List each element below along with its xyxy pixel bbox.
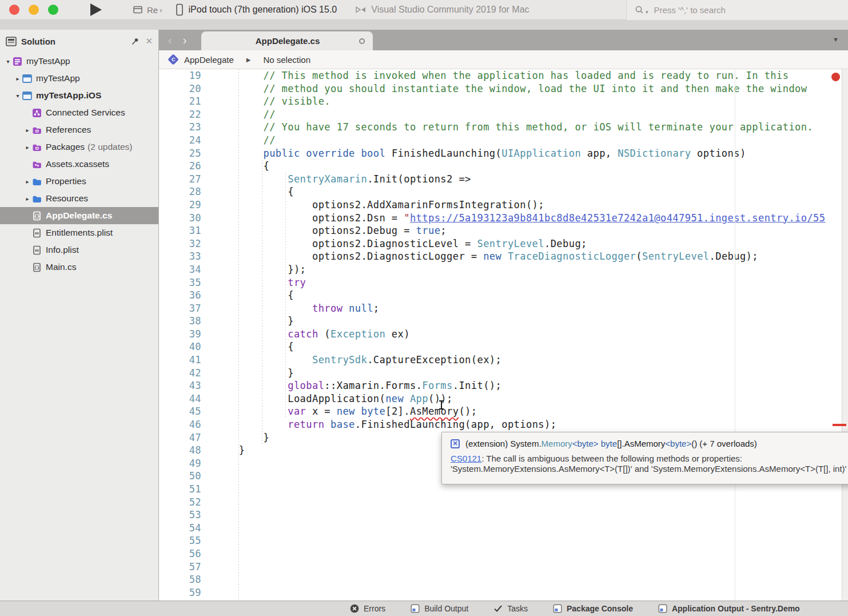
tree-item-main-cs[interactable]: {}Main.cs <box>0 259 158 276</box>
close-window-button[interactable] <box>9 5 19 15</box>
code-line-51[interactable]: 51 <box>159 483 848 496</box>
tree-item-assets-xcassets[interactable]: Assets.xcassets <box>0 156 158 173</box>
line-number[interactable]: 51 <box>159 483 201 496</box>
statusbar-build-output[interactable]: Build Output <box>411 604 468 613</box>
line-number[interactable]: 27 <box>159 173 201 186</box>
line-number[interactable]: 43 <box>159 379 201 392</box>
line-number[interactable]: 58 <box>159 573 201 586</box>
code-text[interactable]: { <box>214 289 294 302</box>
expander-right-icon[interactable]: ▸ <box>23 196 32 202</box>
dsn-url-link[interactable]: https://5a193123a9b841bc8d8e42531e7242a1… <box>410 212 826 224</box>
code-text[interactable]: } <box>214 315 294 328</box>
code-text[interactable]: // visible. <box>214 95 331 108</box>
line-number[interactable]: 29 <box>159 198 201 212</box>
statusbar-package-console[interactable]: Package Console <box>553 604 633 613</box>
line-number[interactable]: 25 <box>159 147 201 160</box>
tree-item-properties[interactable]: ▸Properties <box>0 173 158 190</box>
expander-down-icon[interactable]: ▾ <box>3 58 13 65</box>
code-text[interactable]: } <box>214 444 245 457</box>
expander-right-icon[interactable]: ▸ <box>23 127 32 133</box>
line-number[interactable]: 56 <box>159 547 201 561</box>
code-line-54[interactable]: 54 <box>159 522 848 535</box>
expander-right-icon[interactable]: ▸ <box>23 144 32 150</box>
line-number[interactable]: 31 <box>159 224 201 237</box>
minimize-window-button[interactable] <box>29 5 39 15</box>
code-line-59[interactable]: 59 <box>159 586 848 599</box>
line-number[interactable]: 35 <box>159 276 201 289</box>
line-number[interactable]: 59 <box>159 586 201 599</box>
line-number[interactable]: 21 <box>159 95 201 108</box>
tree-item-resources[interactable]: ▸Resources <box>0 190 158 207</box>
line-number[interactable]: 34 <box>159 263 201 276</box>
tree-item-info-plist[interactable]: Info.plist <box>0 241 158 259</box>
code-text[interactable]: var x = new byte[2].AsMemory(); <box>214 405 477 418</box>
code-line-57[interactable]: 57 <box>159 561 848 574</box>
line-number[interactable]: 54 <box>159 522 201 535</box>
line-number[interactable]: 26 <box>159 160 201 173</box>
code-text[interactable]: } <box>214 367 294 380</box>
line-number[interactable]: 39 <box>159 328 201 341</box>
search-field[interactable]: ▾ Press '^,' to search <box>626 0 848 20</box>
line-number[interactable]: 48 <box>159 444 201 457</box>
statusbar-application-output-sentry-demo[interactable]: Application Output - Sentry.Demo <box>658 604 800 613</box>
tree-item-packages[interactable]: ▸Packages(2 updates) <box>0 138 158 156</box>
tree-item-mytestapp-ios[interactable]: ▾myTestApp.iOS <box>0 87 158 104</box>
line-number[interactable]: 38 <box>159 315 201 328</box>
code-line-55[interactable]: 55 <box>159 534 848 547</box>
code-text[interactable]: // <box>214 134 276 147</box>
tree-item-entitlements-plist[interactable]: Entitlements.plist <box>0 224 158 241</box>
line-number[interactable]: 41 <box>159 353 201 367</box>
line-number[interactable]: 47 <box>159 431 201 444</box>
line-number[interactable]: 33 <box>159 250 201 263</box>
line-number[interactable]: 19 <box>159 69 201 82</box>
breadcrumb-class[interactable]: AppDelegate <box>184 55 234 65</box>
device-selector[interactable]: iPod touch (7th generation) iOS 15.0 <box>175 3 337 16</box>
code-text[interactable]: // method you should instantiate the win… <box>214 82 807 96</box>
code-line-23[interactable]: 23 // You have 17 seconds to return from… <box>159 121 848 134</box>
line-number[interactable]: 20 <box>159 82 201 96</box>
code-line-21[interactable]: 21 // visible. <box>159 95 848 108</box>
code-text[interactable]: options2.AddXamarinFormsIntegration(); <box>214 198 544 212</box>
navigate-forward-button[interactable]: › <box>177 30 192 50</box>
code-text[interactable]: throw null; <box>214 302 380 315</box>
line-number[interactable]: 22 <box>159 108 201 121</box>
line-number[interactable]: 37 <box>159 302 201 315</box>
pin-icon[interactable] <box>131 37 140 46</box>
code-line-56[interactable]: 56 <box>159 547 848 561</box>
line-number[interactable]: 50 <box>159 470 201 483</box>
line-number[interactable]: 52 <box>159 496 201 509</box>
line-number[interactable]: 57 <box>159 561 201 574</box>
error-code-link[interactable]: CS0121 <box>451 454 481 463</box>
expander-right-icon[interactable]: ▸ <box>23 178 32 185</box>
line-number[interactable]: 32 <box>159 237 201 251</box>
code-text[interactable]: options2.Dsn = "https://5a193123a9b841bc… <box>214 212 826 225</box>
code-text[interactable]: options2.DiagnosticLevel = SentryLevel.D… <box>214 237 587 251</box>
close-icon[interactable]: ✕ <box>145 36 153 46</box>
navigate-back-button[interactable]: ‹ <box>162 30 177 50</box>
code-text[interactable]: return base.FinishedLaunching(app, optio… <box>214 418 556 431</box>
line-number[interactable]: 46 <box>159 418 201 431</box>
code-line-58[interactable]: 58 <box>159 573 848 586</box>
tree-item-mytestapp[interactable]: ▸myTestApp <box>0 70 158 87</box>
run-button[interactable] <box>90 3 102 16</box>
tree-item-references[interactable]: ▸References <box>0 121 158 138</box>
code-line-20[interactable]: 20 // method you should instantiate the … <box>159 82 848 96</box>
code-text[interactable]: // <box>214 108 276 121</box>
tab-appdelegate[interactable]: AppDelegate.cs <box>201 31 373 50</box>
code-text[interactable]: try <box>214 276 306 289</box>
code-line-24[interactable]: 24 // <box>159 134 848 147</box>
statusbar-tasks[interactable]: Tasks <box>493 604 528 613</box>
code-text[interactable]: LoadApplication(new App()); <box>214 392 453 406</box>
line-number[interactable]: 45 <box>159 405 201 418</box>
maximize-window-button[interactable] <box>48 5 58 15</box>
line-number[interactable]: 30 <box>159 212 201 225</box>
code-text[interactable]: { <box>214 340 294 353</box>
build-configuration-selector[interactable]: Re › <box>133 5 162 15</box>
line-number[interactable]: 24 <box>159 134 201 147</box>
code-text[interactable]: options2.Debug = true; <box>214 224 447 237</box>
expander-right-icon[interactable]: ▸ <box>13 75 22 82</box>
line-number[interactable]: 28 <box>159 185 201 198</box>
code-text[interactable]: { <box>214 185 294 198</box>
code-text[interactable]: // This method is invoked when the appli… <box>214 69 789 82</box>
code-line-53[interactable]: 53 <box>159 508 848 522</box>
